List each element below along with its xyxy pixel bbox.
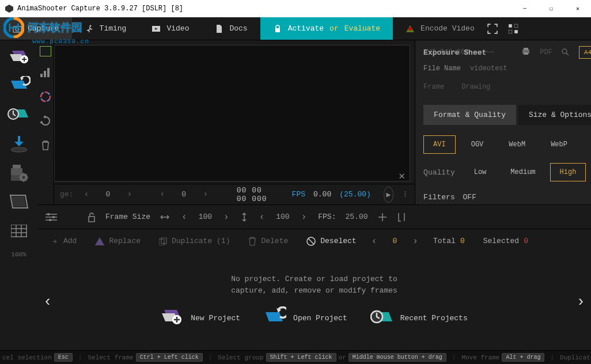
svg-marker-0 — [5, 5, 13, 13]
width-prev[interactable]: ‹ — [179, 212, 190, 222]
fps-size-value[interactable]: 25.00 — [345, 213, 368, 221]
svg-point-39 — [52, 216, 55, 218]
next-a-icon[interactable]: › — [124, 189, 134, 199]
fullscreen-icon[interactable] — [487, 24, 498, 34]
open-project-button[interactable]: Open Project — [263, 306, 347, 329]
key-alt-drag: Alt + drag — [502, 353, 544, 362]
unlock-icon[interactable] — [87, 212, 96, 222]
tab-timing[interactable]: Timing — [72, 17, 139, 40]
svg-marker-16 — [14, 142, 24, 146]
printer-icon[interactable] — [521, 47, 531, 56]
height-prev[interactable]: ‹ — [257, 212, 267, 222]
trash-icon[interactable] — [37, 137, 54, 153]
prev-b-icon[interactable]: ‹ — [157, 189, 167, 199]
close-button[interactable]: ✕ — [565, 0, 591, 17]
action-add[interactable]: ＋Add — [46, 236, 82, 247]
quality-high[interactable]: High — [550, 163, 586, 181]
prev-a-icon[interactable]: ‹ — [81, 189, 91, 199]
hint-or: or — [339, 354, 346, 361]
encode-label: Encode Video — [420, 24, 475, 33]
action-replace[interactable]: Replace — [89, 237, 146, 245]
tool-grid[interactable] — [5, 219, 33, 243]
timeline-prev[interactable]: ‹ — [43, 293, 52, 310]
key-esc: Esc — [54, 353, 73, 362]
quality-low[interactable]: Low — [464, 163, 497, 181]
tool-new-layer[interactable] — [5, 46, 33, 70]
pdf-label[interactable]: PDF — [540, 48, 552, 56]
tool-recent[interactable] — [5, 104, 33, 128]
recent-projects-button[interactable]: Recent Projects — [370, 306, 468, 329]
action-bar: ＋Add Replace Duplicate (1) Delete Desele… — [37, 229, 591, 253]
format-avi[interactable]: AVI — [423, 135, 456, 154]
tab-encode[interactable]: Encode Video — [393, 17, 487, 40]
tool-settings[interactable] — [5, 161, 33, 185]
frame-width[interactable]: 100 — [199, 213, 212, 221]
svg-marker-29 — [40, 121, 43, 123]
nav-next[interactable]: › — [410, 236, 420, 247]
timecode: 00 00 00 000 — [237, 186, 272, 203]
hint-cancel: cel selection — [2, 354, 52, 361]
nav-prev[interactable]: ‹ — [369, 236, 380, 247]
deselect-icon — [306, 237, 316, 246]
open-project-icon — [263, 306, 286, 329]
new-project-icon — [161, 306, 184, 329]
bracket-icon[interactable] — [397, 212, 406, 222]
next-b-icon[interactable]: › — [200, 189, 210, 199]
key-shift-click: Shift + Left click — [266, 353, 336, 362]
tab-docs[interactable]: Docs — [202, 17, 260, 40]
action-delete[interactable]: Delete — [243, 237, 294, 246]
tool-open[interactable] — [5, 75, 33, 99]
col-drawing: Drawing — [461, 83, 490, 91]
new-project-button[interactable]: New Project — [161, 306, 240, 329]
tool-import[interactable] — [5, 132, 33, 157]
play-button[interactable]: ▶ — [384, 187, 393, 203]
svg-point-8 — [408, 27, 412, 31]
runner-icon — [85, 24, 94, 33]
file-name-label: File Name — [423, 65, 461, 73]
vert-arrows-icon — [241, 212, 248, 222]
range-label: ge: — [60, 190, 73, 199]
quality-medium[interactable]: Medium — [501, 163, 545, 181]
exposure-sheet-title: Exposure Sheet — [423, 48, 486, 57]
crop-icon[interactable] — [40, 46, 51, 56]
minimize-button[interactable]: ─ — [512, 0, 538, 17]
empty-msg-2: capture, add, remove or modify frames — [231, 285, 397, 297]
action-deselect[interactable]: Deselect — [301, 237, 362, 246]
window-title: AnimaShooter Capture 3.8.9.27 [DSLR] [8] — [17, 5, 183, 13]
docs-icon — [214, 24, 223, 33]
plus-icon[interactable] — [377, 212, 388, 222]
grid-icon[interactable] — [508, 24, 518, 34]
levels-icon[interactable] — [37, 65, 54, 81]
svg-rect-11 — [514, 24, 518, 28]
height-next[interactable]: › — [299, 212, 309, 222]
format-webm[interactable]: WebM — [499, 135, 535, 154]
format-ogv[interactable]: OGV — [461, 135, 494, 154]
svg-rect-12 — [509, 30, 512, 33]
width-next[interactable]: › — [221, 212, 232, 222]
tool-frame[interactable] — [5, 190, 33, 214]
close-panel-icon[interactable]: ✕ — [399, 169, 405, 182]
format-webp[interactable]: WebP — [541, 135, 577, 154]
svg-rect-31 — [524, 48, 528, 50]
tab-activate[interactable]: Activate or Evaluate — [260, 17, 393, 40]
tab-video-label: Video — [166, 24, 189, 33]
sliders-icon[interactable] — [46, 213, 57, 221]
recent-projects-icon — [370, 306, 393, 329]
fps-default: (25.00) — [339, 190, 371, 199]
search-icon[interactable] — [562, 48, 570, 56]
play-menu-icon[interactable]: ⁝ — [401, 189, 409, 200]
paper-a4[interactable]: A4 — [579, 46, 591, 59]
tab-capture[interactable]: Capture — [0, 17, 72, 40]
maximize-button[interactable]: ☐ — [538, 0, 565, 17]
tab-video[interactable]: Video — [139, 17, 202, 40]
svg-marker-42 — [95, 237, 104, 245]
rotate-icon[interactable] — [37, 113, 54, 129]
warning-icon — [406, 24, 415, 33]
frame-height[interactable]: 100 — [276, 213, 289, 221]
color-wheel-icon[interactable] — [37, 89, 54, 105]
action-duplicate[interactable]: Duplicate (1) — [153, 237, 236, 245]
tab-format-quality[interactable]: Format & Quality — [423, 105, 516, 125]
tab-size-options[interactable]: Size & Options — [518, 105, 591, 125]
file-name-value[interactable]: videotest — [470, 65, 507, 73]
timeline-next[interactable]: › — [576, 293, 585, 310]
